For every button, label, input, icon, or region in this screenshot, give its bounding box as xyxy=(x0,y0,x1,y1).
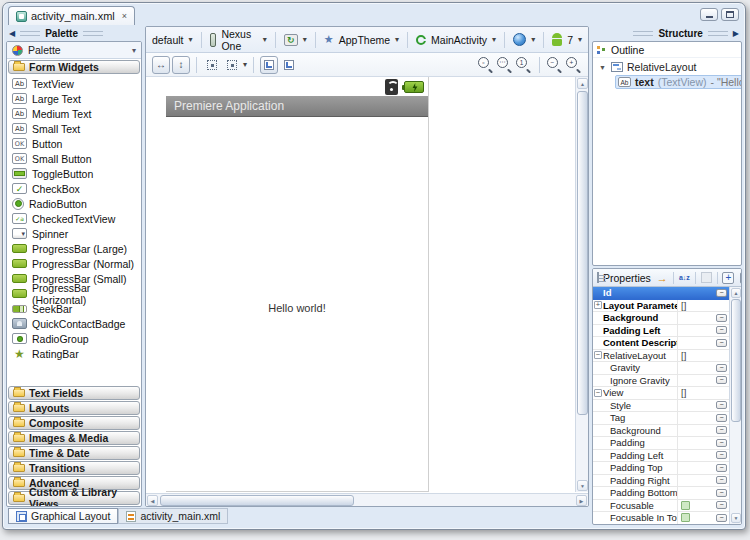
zoom-selection-button[interactable]: ⋯ xyxy=(497,57,513,73)
property-row-padding-bottom[interactable]: Padding Bottom− xyxy=(593,487,729,500)
palette-item-quickcontactbadge[interactable]: QuickContactBadge xyxy=(7,316,141,331)
property-row-background[interactable]: Background− xyxy=(593,312,729,325)
palette-item-ratingbar[interactable]: ★RatingBar xyxy=(7,346,141,361)
activity-combo[interactable]: MainActivity ▾ xyxy=(416,34,496,46)
collapse-value-icon[interactable]: − xyxy=(716,476,727,484)
collapse-value-icon[interactable]: − xyxy=(716,464,727,472)
property-row-padding-right[interactable]: Padding Right− xyxy=(593,475,729,488)
fill-width-button[interactable]: ↔ xyxy=(152,56,170,74)
vertical-scroll-thumb[interactable] xyxy=(577,91,588,415)
palette-item-medium-text[interactable]: AbMedium Text xyxy=(7,106,141,121)
scroll-left-icon[interactable]: ◀ xyxy=(147,495,158,506)
palette-category-layouts[interactable]: Layouts xyxy=(8,401,140,415)
tab-graphical-layout[interactable]: Graphical Layout xyxy=(8,508,118,524)
zoom-in-button[interactable]: + xyxy=(566,57,582,73)
sort-alphabetically-icon[interactable]: a↓z xyxy=(677,271,692,285)
palette-item-checkbox[interactable]: ✓CheckBox xyxy=(7,181,141,196)
collapse-palette-icon[interactable]: ◀ xyxy=(9,29,15,38)
property-row-focusable[interactable]: Focusable− xyxy=(593,500,729,513)
tab-activity-main-xml[interactable]: activity_main.xml × xyxy=(8,6,135,25)
orientation-combo[interactable]: ↻ ▾ xyxy=(284,34,307,46)
tree-node-textview-selected[interactable]: Ab text (TextView) - "Hello world!" xyxy=(615,75,742,89)
close-icon[interactable]: × xyxy=(122,11,127,21)
palette-item-progressbar-horizontal[interactable]: ProgressBar (Horizontal) xyxy=(7,286,141,301)
snap-to-grid-button[interactable] xyxy=(223,56,241,74)
property-row-relativelayout[interactable]: −RelativeLayout[] xyxy=(593,350,729,363)
palette-item-spinner[interactable]: ▾Spinner xyxy=(7,226,141,241)
property-row-ignore-gravity[interactable]: Ignore Gravity− xyxy=(593,375,729,388)
palette-item-togglebutton[interactable]: ToggleButton xyxy=(7,166,141,181)
expander-icon[interactable]: − xyxy=(594,351,602,359)
collapse-value-icon[interactable]: − xyxy=(716,326,727,334)
collapse-value-icon[interactable]: − xyxy=(716,514,727,522)
fill-height-button[interactable]: ↕ xyxy=(172,56,190,74)
collapse-value-icon[interactable]: − xyxy=(716,376,727,384)
palette-category-text-fields[interactable]: Text Fields xyxy=(8,386,140,400)
locale-combo[interactable]: ▾ xyxy=(513,33,535,46)
show-advanced-properties-icon[interactable]: → xyxy=(655,271,670,285)
config-combo[interactable]: default ▾ xyxy=(152,34,193,46)
property-row-padding-top[interactable]: Padding Top− xyxy=(593,462,729,475)
property-row-content-description[interactable]: Content Description− xyxy=(593,337,729,350)
show-categories-button[interactable] xyxy=(699,271,714,285)
property-row-gravity[interactable]: Gravity− xyxy=(593,362,729,375)
minimize-button[interactable] xyxy=(700,8,718,21)
property-row-padding-left[interactable]: Padding Left− xyxy=(593,325,729,338)
collapse-value-icon[interactable]: − xyxy=(716,364,727,372)
palette-category-composite[interactable]: Composite xyxy=(8,416,140,430)
show-grid-button[interactable] xyxy=(203,56,221,74)
palette-category-images-media[interactable]: Images & Media xyxy=(8,431,140,445)
palette-category-form-widgets[interactable]: Form Widgets xyxy=(8,60,140,74)
view-menu-icon[interactable]: ▶ xyxy=(733,29,739,38)
palette-item-small-button[interactable]: OKSmall Button xyxy=(7,151,141,166)
zoom-100-button[interactable]: 1 xyxy=(516,57,532,73)
collapse-value-icon[interactable]: − xyxy=(716,439,727,447)
checkbox-icon[interactable] xyxy=(681,501,690,510)
palette-item-progressbar-large[interactable]: ProgressBar (Large) xyxy=(7,241,141,256)
property-row-id[interactable]: Id− xyxy=(593,287,729,300)
property-row-focusable-in-touch[interactable]: Focusable In Touch− xyxy=(593,512,729,524)
collapse-value-icon[interactable]: − xyxy=(716,489,727,497)
property-row-tag[interactable]: Tag− xyxy=(593,412,729,425)
palette-item-radiobutton[interactable]: RadioButton xyxy=(7,196,141,211)
textview-widget[interactable]: Hello world! xyxy=(268,302,325,314)
chevron-down-icon[interactable]: ▾ xyxy=(243,60,247,69)
tab-activity-main-xml[interactable]: activity_main.xml xyxy=(118,508,228,524)
palette-selector[interactable]: Palette ▾ xyxy=(7,42,141,59)
collapse-value-icon[interactable]: − xyxy=(716,339,727,347)
property-row-style[interactable]: Style− xyxy=(593,400,729,413)
scroll-up-icon[interactable]: ▲ xyxy=(731,288,741,298)
collapse-value-icon[interactable]: − xyxy=(716,401,727,409)
scroll-up-icon[interactable]: ▲ xyxy=(577,78,588,89)
palette-category-custom-library-views[interactable]: Custom & Library Views xyxy=(8,491,140,505)
collapse-all-button[interactable]: − xyxy=(739,271,742,285)
show-margins-button[interactable] xyxy=(260,56,278,74)
canvas-vertical-scrollbar[interactable]: ▲ ▼ xyxy=(575,77,588,492)
palette-category-transitions[interactable]: Transitions xyxy=(8,461,140,475)
device-canvas[interactable]: Premiere Application Hello world! xyxy=(166,77,429,492)
property-row-padding-left[interactable]: Padding Left− xyxy=(593,450,729,463)
maximize-button[interactable] xyxy=(721,8,739,21)
toggle-outline-button[interactable] xyxy=(280,56,298,74)
collapse-value-icon[interactable]: − xyxy=(716,289,727,297)
expand-all-button[interactable]: + xyxy=(721,271,736,285)
scroll-right-icon[interactable]: ▶ xyxy=(576,495,587,506)
palette-item-progressbar-normal[interactable]: ProgressBar (Normal) xyxy=(7,256,141,271)
tree-expander-icon[interactable]: ▼ xyxy=(599,64,607,71)
scroll-down-icon[interactable]: ▼ xyxy=(577,480,588,491)
tree-node-relativelayout[interactable]: ▼ RelativeLayout xyxy=(599,60,741,74)
palette-item-button[interactable]: OKButton xyxy=(7,136,141,151)
canvas-horizontal-scrollbar[interactable]: ◀ ▶ xyxy=(146,493,588,506)
zoom-out-button[interactable]: − xyxy=(547,57,563,73)
expander-icon[interactable]: − xyxy=(594,389,602,397)
palette-item-radiogroup[interactable]: RadioGroup xyxy=(7,331,141,346)
chevron-down-icon[interactable]: ▾ xyxy=(132,46,136,55)
api-level-combo[interactable]: 7 ▾ xyxy=(552,33,582,46)
palette-item-textview[interactable]: AbTextView xyxy=(7,76,141,91)
collapse-value-icon[interactable]: − xyxy=(716,426,727,434)
palette-category-time-date[interactable]: Time & Date xyxy=(8,446,140,460)
collapse-value-icon[interactable]: − xyxy=(716,451,727,459)
scroll-down-icon[interactable]: ▼ xyxy=(731,513,741,523)
horizontal-scroll-thumb[interactable] xyxy=(160,495,354,506)
properties-scroll-thumb[interactable] xyxy=(731,299,741,422)
